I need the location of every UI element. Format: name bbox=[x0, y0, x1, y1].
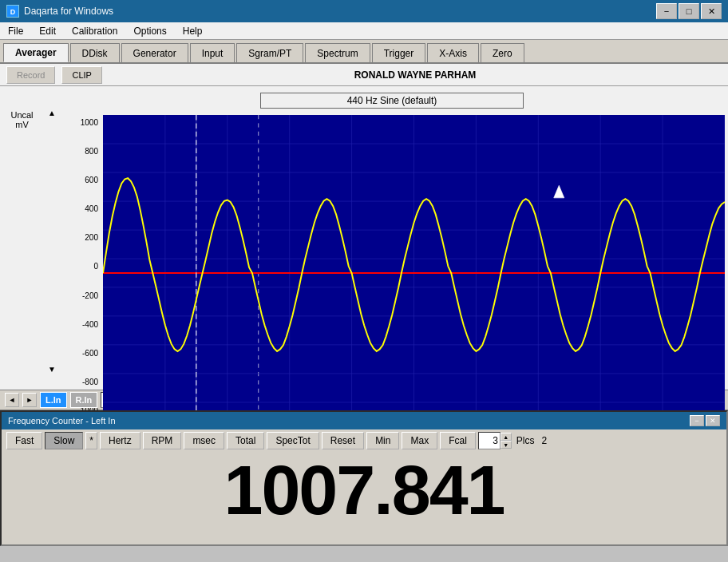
y-tick: -800 bbox=[82, 378, 98, 386]
tab-sgram-pt[interactable]: Sgram/PT bbox=[236, 43, 303, 62]
y-unit-label: mV bbox=[15, 120, 29, 129]
freq-btn-msec[interactable]: msec bbox=[184, 432, 224, 449]
y-axis-up-icon: ▲ bbox=[48, 109, 56, 117]
chart-title: 440 Hz Sine (default) bbox=[260, 93, 524, 109]
ch-right-button[interactable]: R.In bbox=[70, 392, 98, 408]
tab-ddisk[interactable]: DDisk bbox=[70, 43, 120, 62]
y-tick: 1000 bbox=[81, 119, 98, 127]
tab-input[interactable]: Input bbox=[190, 43, 235, 62]
freq-spinner-input[interactable] bbox=[478, 432, 500, 449]
maximize-button[interactable]: □ bbox=[679, 3, 699, 19]
chart-area: 440 Hz Sine (default) 10008006004002000-… bbox=[56, 86, 728, 390]
freq-extra-val: 2 bbox=[541, 435, 547, 446]
tab-generator[interactable]: Generator bbox=[121, 43, 188, 62]
clip-button[interactable]: CLIP bbox=[61, 66, 101, 84]
nav-left-button[interactable]: ◄ bbox=[5, 393, 19, 407]
tab-x-axis[interactable]: X-Axis bbox=[427, 43, 479, 62]
freq-btn-reset[interactable]: Reset bbox=[322, 432, 364, 449]
freq-btn-min[interactable]: Min bbox=[366, 432, 399, 449]
y-tick: -400 bbox=[82, 321, 98, 329]
freq-minimize-button[interactable]: − bbox=[690, 415, 704, 426]
window-title: Daqarta for Windows bbox=[24, 6, 113, 17]
y-tick: -600 bbox=[82, 350, 98, 358]
freq-btn-rpm[interactable]: RPM bbox=[143, 432, 182, 449]
freq-spin-up[interactable]: ▲ bbox=[500, 433, 512, 441]
menu-item-calibration[interactable]: Calibration bbox=[64, 24, 125, 38]
title-bar: D Daqarta for Windows − □ ✕ bbox=[0, 0, 728, 22]
menu-item-help[interactable]: Help bbox=[175, 24, 211, 38]
close-button[interactable]: ✕ bbox=[701, 3, 722, 19]
nav-right-button[interactable]: ► bbox=[22, 393, 37, 407]
freq-btn-total[interactable]: Total bbox=[227, 432, 264, 449]
plcs-label: Plcs bbox=[516, 435, 535, 446]
title-bar-left: D Daqarta for Windows bbox=[6, 5, 113, 18]
app-icon: D bbox=[6, 5, 19, 18]
y-tick: 200 bbox=[85, 234, 98, 242]
freq-display: 1007.841 bbox=[2, 452, 726, 528]
ch-left-button[interactable]: L.In bbox=[40, 392, 67, 408]
minimize-button[interactable]: − bbox=[656, 3, 677, 19]
window-controls: − □ ✕ bbox=[656, 3, 722, 19]
chart-canvas bbox=[103, 115, 725, 431]
waveform-chart bbox=[103, 115, 725, 431]
menu-bar: FileEditCalibrationOptionsHelp bbox=[0, 22, 728, 40]
freq-btn-slow[interactable]: Slow bbox=[45, 432, 83, 449]
freq-btn-max[interactable]: Max bbox=[402, 432, 437, 449]
tab-averager[interactable]: Averager bbox=[3, 43, 69, 62]
freq-panel-title: Frequency Counter - Left In bbox=[8, 416, 116, 425]
chart-container: Uncal mV ▲ ▼ 440 Hz Sine (default) 10008… bbox=[0, 86, 728, 390]
freq-btn-spectot[interactable]: SpecTot bbox=[267, 432, 318, 449]
freq-value: 1007.841 bbox=[224, 449, 504, 531]
freq-spinner-group: ▲▼ bbox=[478, 432, 512, 449]
toolbar-row: Record CLIP RONALD WAYNE PARHAM bbox=[0, 64, 728, 86]
tab-trigger[interactable]: Trigger bbox=[372, 43, 426, 62]
tab-zero[interactable]: Zero bbox=[481, 43, 524, 62]
tab-bar: AveragerDDiskGeneratorInputSgram/PTSpect… bbox=[0, 40, 728, 64]
freq-close-button[interactable]: ✕ bbox=[706, 415, 720, 426]
freq-btn-*[interactable]: * bbox=[85, 432, 97, 449]
freq-panel-controls: − ✕ bbox=[690, 415, 720, 426]
svg-text:D: D bbox=[10, 8, 16, 16]
y-axis-down-icon: ▼ bbox=[48, 365, 56, 374]
menu-item-edit[interactable]: Edit bbox=[31, 24, 64, 38]
y-tick: 600 bbox=[85, 176, 98, 184]
tab-spectrum[interactable]: Spectrum bbox=[305, 43, 370, 62]
menu-item-options[interactable]: Options bbox=[125, 24, 174, 38]
freq-btn-hertz[interactable]: Hertz bbox=[100, 432, 140, 449]
y-tick: 400 bbox=[85, 205, 98, 213]
freq-btn-fast[interactable]: Fast bbox=[6, 432, 42, 449]
y-uncal-label: Uncal bbox=[10, 110, 33, 120]
freq-btn-fcal[interactable]: Fcal bbox=[440, 432, 476, 449]
y-tick: -200 bbox=[82, 292, 98, 300]
menu-item-file[interactable]: File bbox=[0, 24, 31, 38]
freq-spin-down[interactable]: ▼ bbox=[500, 441, 512, 449]
user-name: RONALD WAYNE PARHAM bbox=[109, 69, 722, 81]
y-tick: 800 bbox=[85, 148, 98, 156]
y-axis-ticks: 10008006004002000-200-400-600-800-1000 bbox=[56, 115, 100, 431]
freq-panel-titlebar: Frequency Counter - Left In − ✕ bbox=[2, 412, 726, 429]
record-button[interactable]: Record bbox=[6, 66, 55, 84]
y-tick: 0 bbox=[93, 263, 98, 271]
freq-panel: Frequency Counter - Left In − ✕ FastSlow… bbox=[0, 410, 728, 546]
